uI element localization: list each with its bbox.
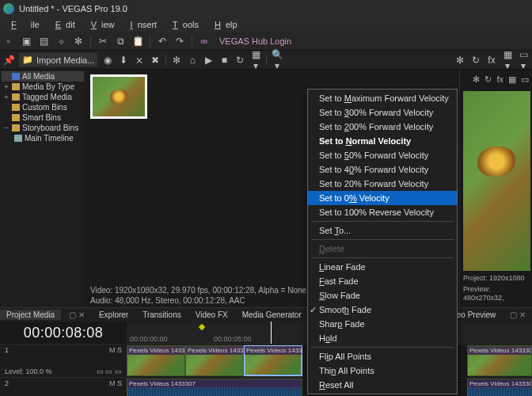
- sidebar-item-main-timeline[interactable]: Main Timeline: [2, 133, 84, 143]
- track-level-label: Level: 100.0 %: [5, 367, 52, 375]
- menu-40-forward[interactable]: Set to 40% Forward Velocity: [308, 162, 457, 177]
- menu-0-velocity[interactable]: Set to 0% Velocity: [308, 191, 457, 205]
- remove-icon[interactable]: ⨯: [134, 55, 145, 66]
- menu-100-reverse[interactable]: Set to 100% Reverse Velocity: [308, 205, 457, 219]
- menu-normal-velocity[interactable]: Set to Normal Velocity: [308, 134, 457, 148]
- menu-200-forward[interactable]: Set to 200% Forward Velocity: [308, 120, 457, 134]
- hub-icon[interactable]: ∞: [199, 36, 210, 47]
- audio-track-header[interactable]: 2M S 18 — ▭ ▭: [0, 378, 127, 396]
- media-sidebar: All Media +Media By Type +Tagged Media C…: [0, 70, 86, 307]
- video-preview-panel: ✻ ↻ fx ▦ ▭ Project: 1920x1080 Preview: 4…: [459, 70, 532, 307]
- preview-image: [463, 91, 530, 271]
- menu-insert[interactable]: Insert: [121, 19, 162, 30]
- preview-settings-icon[interactable]: ✻: [473, 74, 480, 85]
- stop-icon[interactable]: ■: [218, 55, 230, 66]
- menu-tools[interactable]: Tools: [163, 19, 203, 30]
- preview-quality-icon[interactable]: ▦: [508, 74, 516, 85]
- menu-300-forward[interactable]: Set to 300% Forward Velocity: [308, 105, 457, 120]
- preview-fx-icon[interactable]: fx: [496, 74, 504, 85]
- sidebar-item-media-by-type[interactable]: +Media By Type: [2, 82, 84, 92]
- search-icon[interactable]: 🔍 ▾: [272, 49, 283, 71]
- open-icon[interactable]: ▣: [21, 36, 32, 47]
- menu-slow-fade[interactable]: Slow Fade: [308, 288, 457, 303]
- overlay-icon[interactable]: ▭ ▾: [518, 49, 529, 71]
- menu-hold[interactable]: Hold: [308, 331, 457, 345]
- menu-edit[interactable]: Edit: [46, 19, 80, 30]
- home-icon[interactable]: ⌂: [187, 55, 198, 66]
- sidebar-item-smart-bins[interactable]: Smart Bins: [2, 112, 84, 123]
- fx2-icon[interactable]: fx: [486, 55, 497, 66]
- sidebar-item-all-media[interactable]: All Media: [2, 71, 84, 82]
- preview-project-info: Project: 1920x1080: [462, 272, 530, 284]
- quality-icon[interactable]: ▦ ▾: [502, 49, 513, 71]
- new-icon[interactable]: ▫: [3, 36, 14, 47]
- menu-20-forward[interactable]: Set to 20% Forward Velocity: [308, 177, 457, 191]
- get-media-icon[interactable]: ⬇: [118, 55, 129, 66]
- play-icon[interactable]: ▶: [203, 55, 214, 66]
- timecode-display[interactable]: 00:00:08:08: [24, 325, 104, 341]
- views-icon[interactable]: ▦ ▾: [250, 49, 261, 71]
- menu-reset-all[interactable]: Reset All: [308, 378, 457, 392]
- save-icon[interactable]: ▤: [38, 36, 49, 47]
- sidebar-item-tagged-media[interactable]: +Tagged Media: [2, 92, 84, 102]
- menu-set-to[interactable]: Set To...: [308, 223, 457, 238]
- video-clip-selected[interactable]: Pexels Videos 1433307: [244, 345, 302, 376]
- tab-project-media[interactable]: Project Media: [0, 310, 61, 320]
- menu-help[interactable]: Help: [205, 19, 242, 30]
- undo-icon[interactable]: ↶: [157, 36, 168, 47]
- menu-50-forward[interactable]: Set to 50% Forward Velocity: [308, 148, 457, 162]
- autoprev-icon[interactable]: ↻: [234, 55, 245, 66]
- menu-flip-all[interactable]: Flip All Points: [308, 349, 457, 364]
- video-clip[interactable]: Pexels Videos 1433307: [185, 345, 244, 376]
- menu-delete: Delete: [308, 242, 457, 256]
- fx-icon[interactable]: ✻: [171, 55, 182, 66]
- menu-file[interactable]: File: [2, 19, 44, 30]
- preview-overlay-icon[interactable]: ▭: [521, 74, 529, 85]
- settings-icon[interactable]: ✻: [454, 55, 466, 66]
- video-clip[interactable]: Pexels Videos 1433307: [127, 345, 185, 376]
- menu-sharp-fade[interactable]: Sharp Fade: [308, 317, 457, 331]
- sidebar-item-custom-bins[interactable]: Custom Bins: [2, 102, 84, 112]
- pin-icon[interactable]: 📌: [3, 55, 14, 66]
- folder-icon: 📁: [22, 55, 33, 65]
- menu-smooth-fade[interactable]: ✓Smooth Fade: [308, 303, 457, 317]
- main-toolbar: ▫ ▣ ▤ ⟐ ✻ ✂ ⧉ 📋 ↶ ↷ ∞ VEGAS Hub Login: [0, 32, 532, 51]
- menu-bar: File Edit View Insert Tools Help: [0, 17, 532, 32]
- window-title: Untitled * - VEGAS Pro 19.0: [19, 4, 127, 13]
- menu-view[interactable]: View: [82, 19, 120, 30]
- menu-thin-all[interactable]: Thin All Points: [308, 364, 457, 378]
- hub-login-link[interactable]: VEGAS Hub Login: [219, 36, 291, 46]
- properties-icon[interactable]: ✻: [73, 36, 84, 47]
- audio-clip[interactable]: Pexels Videos 1433307: [467, 379, 532, 396]
- title-bar: Untitled * - VEGAS Pro 19.0: [0, 0, 532, 17]
- preview-preview-info: Preview: 480x270x32,: [462, 284, 530, 304]
- media-toolbar: 📌 📁 Import Media... ◉ ⬇ ⨯ ✖ ✻ ⌂ ▶ ■ ↻ ▦ …: [0, 51, 532, 70]
- capture-icon[interactable]: ◉: [102, 55, 113, 66]
- sidebar-item-storyboard-bins[interactable]: −Storyboard Bins: [2, 123, 84, 133]
- tab-media-generator[interactable]: Media Generator: [236, 310, 308, 320]
- media-thumbnail[interactable]: [90, 74, 147, 119]
- redo-icon[interactable]: ↷: [174, 36, 185, 47]
- video-track-header[interactable]: 1M S Level: 100.0 % ▭ ▭ ▭: [0, 345, 127, 377]
- preview-sync-icon[interactable]: ↻: [484, 74, 492, 85]
- thumbnail-image: [93, 77, 145, 116]
- velocity-context-menu: Set to Maximum Forward Velocity Set to 3…: [307, 89, 458, 394]
- render-icon[interactable]: ⟐: [55, 36, 66, 47]
- tab-explorer[interactable]: Explorer: [93, 310, 135, 320]
- tab-transitions[interactable]: Transitions: [136, 310, 188, 320]
- paste-icon[interactable]: 📋: [132, 36, 143, 47]
- audio-clip[interactable]: Pexels Videos 1433307: [127, 379, 302, 396]
- sync-icon[interactable]: ↻: [470, 55, 481, 66]
- video-clip[interactable]: Pexels Videos 1433307: [467, 345, 532, 376]
- menu-fast-fade[interactable]: Fast Fade: [308, 274, 457, 288]
- menu-linear-fade[interactable]: Linear Fade: [308, 260, 457, 274]
- cut-icon[interactable]: ✂: [97, 36, 108, 47]
- copy-icon[interactable]: ⧉: [115, 36, 126, 47]
- menu-max-forward[interactable]: Set to Maximum Forward Velocity: [308, 91, 457, 105]
- import-media-button[interactable]: 📁 Import Media...: [19, 53, 97, 67]
- delete-icon[interactable]: ✖: [150, 55, 161, 66]
- app-logo-icon: [3, 3, 14, 14]
- tab-video-fx[interactable]: Video FX: [189, 310, 234, 320]
